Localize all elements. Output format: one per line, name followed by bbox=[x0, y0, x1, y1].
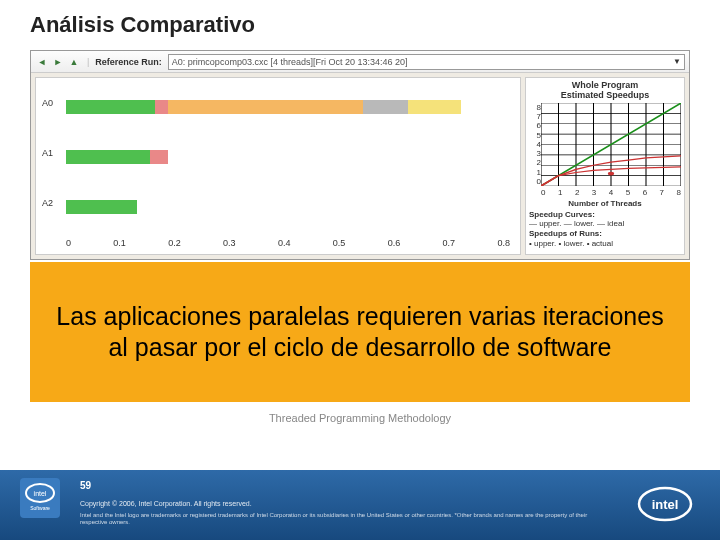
legend-line2: • upper. • lower. • actual bbox=[529, 239, 613, 248]
xtick: 0.6 bbox=[388, 238, 401, 250]
highlight-message: Las aplicaciones paralelas requieren var… bbox=[48, 301, 672, 364]
chart-window: ◄ ► ▲ | Reference Run: A0: primcopcomp03… bbox=[30, 50, 690, 260]
trademark-text: Intel and the Intel logo are trademarks … bbox=[80, 512, 600, 526]
bar-seg bbox=[363, 100, 407, 114]
svg-point-18 bbox=[608, 171, 614, 175]
speedup-xlabel: Number of Threads bbox=[529, 199, 681, 208]
speedup-grid bbox=[541, 103, 681, 186]
reference-run-label: Reference Run: bbox=[95, 57, 162, 67]
svg-text:Software: Software bbox=[30, 505, 50, 511]
nav-group: ◄ ► ▲ bbox=[35, 55, 81, 69]
slide-subtitle: Threaded Programming Methodology bbox=[0, 412, 720, 424]
speedup-panel: Whole Program Estimated Speedups 8 7 6 5… bbox=[525, 77, 685, 255]
toolbar: ◄ ► ▲ | Reference Run: A0: primcopcomp03… bbox=[31, 51, 689, 73]
speedup-plot: 8 7 6 5 4 3 2 1 0 bbox=[529, 103, 681, 198]
page-title: Análisis Comparativo bbox=[30, 12, 255, 38]
xtick: 0 bbox=[541, 188, 545, 198]
ytick: 0 bbox=[529, 177, 541, 186]
ytick: 1 bbox=[529, 168, 541, 177]
bar-seg bbox=[66, 100, 155, 114]
svg-text:intel: intel bbox=[652, 497, 679, 512]
xtick: 0.2 bbox=[168, 238, 181, 250]
xtick: 0.1 bbox=[113, 238, 126, 250]
back-icon[interactable]: ◄ bbox=[35, 55, 49, 69]
svg-text:intel: intel bbox=[34, 490, 47, 497]
xtick: 4 bbox=[609, 188, 613, 198]
speedup-yaxis: 8 7 6 5 4 3 2 1 0 bbox=[529, 103, 541, 186]
xtick: 0.7 bbox=[443, 238, 456, 250]
ytick: 6 bbox=[529, 121, 541, 130]
legend-title: Speedup Curves: bbox=[529, 210, 595, 219]
xtick: 7 bbox=[660, 188, 664, 198]
xtick: 0.8 bbox=[497, 238, 510, 250]
chevron-down-icon: ▼ bbox=[673, 57, 681, 66]
bars-area: A0 A1 A2 0 0. bbox=[35, 77, 521, 255]
ytick: 5 bbox=[529, 131, 541, 140]
speedup-legend: Speedup Curves: — upper. — lower. — idea… bbox=[529, 210, 681, 248]
legend-title2: Speedups of Runs: bbox=[529, 229, 602, 238]
row-label-a2: A2 bbox=[42, 198, 53, 208]
xtick: 0.3 bbox=[223, 238, 236, 250]
intel-software-logo: intelSoftware bbox=[20, 478, 60, 518]
copyright: Copyright © 2006, Intel Corporation. All… bbox=[80, 500, 252, 507]
bar-seg bbox=[155, 100, 168, 114]
xtick: 6 bbox=[643, 188, 647, 198]
bar-row-a2 bbox=[66, 200, 510, 214]
xtick: 1 bbox=[558, 188, 562, 198]
up-icon[interactable]: ▲ bbox=[67, 55, 81, 69]
legend-line: — upper. — lower. — ideal bbox=[529, 219, 624, 228]
speedup-title-1: Whole Program bbox=[572, 80, 639, 90]
xtick: 0.4 bbox=[278, 238, 291, 250]
dropdown-value: A0: primcopcomp03.cxc [4 threads][Fri Oc… bbox=[172, 57, 408, 67]
xtick: 0.5 bbox=[333, 238, 346, 250]
highlight-box: Las aplicaciones paralelas requieren var… bbox=[30, 262, 690, 402]
xtick: 2 bbox=[575, 188, 579, 198]
row-label-a0: A0 bbox=[42, 98, 53, 108]
footer: intelSoftware 59 Copyright © 2006, Intel… bbox=[0, 470, 720, 540]
xtick: 0 bbox=[66, 238, 71, 250]
bar-seg bbox=[150, 150, 168, 164]
ytick: 3 bbox=[529, 149, 541, 158]
bar-seg bbox=[408, 100, 461, 114]
bar-row-a1 bbox=[66, 150, 510, 164]
bar-row-a0 bbox=[66, 100, 510, 114]
reference-run-dropdown[interactable]: A0: primcopcomp03.cxc [4 threads][Fri Oc… bbox=[168, 54, 685, 70]
speedup-xaxis: 0 1 2 3 4 5 6 7 8 bbox=[541, 188, 681, 198]
xtick: 5 bbox=[626, 188, 630, 198]
forward-icon[interactable]: ► bbox=[51, 55, 65, 69]
ytick: 4 bbox=[529, 140, 541, 149]
ytick: 2 bbox=[529, 158, 541, 167]
xtick: 3 bbox=[592, 188, 596, 198]
bars-xaxis: 0 0.1 0.2 0.3 0.4 0.5 0.6 0.7 0.8 bbox=[66, 238, 510, 250]
separator: | bbox=[87, 57, 89, 67]
speedup-title-2: Estimated Speedups bbox=[561, 90, 650, 100]
speedup-title: Whole Program Estimated Speedups bbox=[529, 81, 681, 101]
chart-body: A0 A1 A2 0 0. bbox=[31, 73, 689, 259]
ytick: 7 bbox=[529, 112, 541, 121]
xtick: 8 bbox=[677, 188, 681, 198]
slide: Análisis Comparativo ◄ ► ▲ | Reference R… bbox=[0, 0, 720, 540]
bar-seg bbox=[168, 100, 363, 114]
row-label-a1: A1 bbox=[42, 148, 53, 158]
bar-seg bbox=[66, 150, 150, 164]
ytick: 8 bbox=[529, 103, 541, 112]
page-number: 59 bbox=[80, 480, 91, 491]
bar-seg bbox=[66, 200, 137, 214]
intel-logo: intel bbox=[635, 484, 695, 524]
